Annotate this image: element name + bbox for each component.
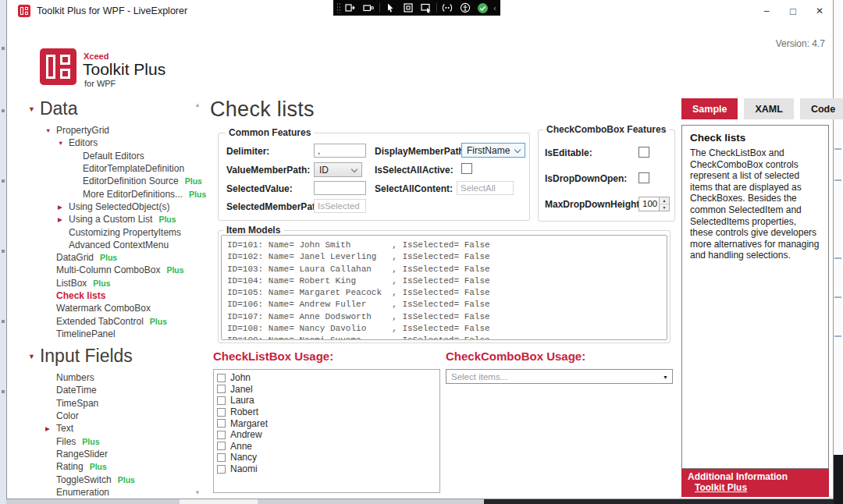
sidebar-item-using-selectedobject-s-[interactable]: ▶Using SelectedObject(s) — [28, 201, 206, 213]
screen-record-icon[interactable] — [361, 2, 376, 14]
checklist-item[interactable]: Anne — [217, 441, 436, 453]
item-checkbox[interactable] — [217, 465, 226, 474]
checklist-item[interactable]: Andrew — [217, 429, 436, 441]
view-tab[interactable]: Sample — [681, 98, 738, 119]
sidebar-item-editordefinition-source[interactable]: EditorDefinition SourcePlus — [28, 175, 206, 187]
dropdown-arrow-icon: ▼ — [663, 374, 668, 380]
item-label: Naomi — [230, 463, 258, 474]
toolbar-grip[interactable] — [336, 2, 340, 13]
selectedvalue-input[interactable] — [314, 181, 366, 195]
displaymemberpath-combobox[interactable]: FirstName — [461, 143, 525, 158]
cursor-select-icon[interactable] — [383, 2, 398, 14]
sidebar-item-default-editors[interactable]: Default Editors — [28, 150, 206, 162]
accessibility-icon[interactable] — [458, 2, 473, 14]
maxdropdownheight-spinner[interactable]: 100 ▲ ▼ — [638, 197, 670, 211]
checklist-item[interactable]: Margaret — [217, 417, 436, 429]
item-model-row: ID=107: Name= Anne Dodsworth , IsSelecte… — [227, 311, 667, 323]
sidebar-item-numbers[interactable]: Numbers — [28, 371, 206, 384]
sidebar-section: ▼Data ▼PropertyGrid▼EditorsDefault Edito… — [28, 98, 206, 340]
checklist-item[interactable]: John — [217, 372, 436, 384]
checklist-item[interactable]: Naomi — [217, 463, 436, 475]
close-button[interactable]: ✕ — [806, 0, 833, 22]
plus-badge: Plus — [166, 265, 183, 275]
checklist-item[interactable]: Nancy — [217, 452, 436, 463]
view-tab[interactable]: XAML — [744, 98, 793, 119]
item-model-row: ID=108: Name= Nancy Davolio , IsSelected… — [227, 323, 667, 335]
sidebar-item-timespan[interactable]: TimeSpan — [28, 397, 206, 410]
sidebar-item-enumeration[interactable]: Enumeration — [28, 486, 206, 499]
item-checkbox[interactable] — [217, 442, 226, 450]
item-checkbox[interactable] — [217, 385, 226, 393]
sidebar-item-watermark-combobox[interactable]: Watermark ComboBox — [28, 302, 206, 314]
item-checkbox[interactable] — [217, 453, 226, 462]
sidebar-item-files[interactable]: FilesPlus — [28, 435, 206, 448]
spin-down-icon[interactable]: ▼ — [660, 204, 669, 211]
sidebar-item-propertygrid[interactable]: ▼PropertyGrid — [28, 124, 206, 137]
iseditable-checkbox[interactable] — [638, 147, 649, 158]
sidebar-section-header[interactable]: ▼Data — [28, 98, 206, 121]
tree-expanded-icon[interactable]: ▼ — [58, 140, 63, 147]
window-select-icon[interactable] — [418, 2, 433, 14]
plus-badge: Plus — [150, 317, 167, 326]
film-reel-icon[interactable] — [440, 2, 455, 14]
isselectallactive-checkbox[interactable] — [461, 163, 472, 174]
checkcombobox[interactable]: ▼ — [446, 369, 673, 384]
tree-collapsed-icon[interactable]: ▶ — [58, 204, 62, 211]
sidebar-item-rangeslider[interactable]: RangeSlider — [28, 448, 206, 460]
item-checkbox[interactable] — [217, 374, 226, 382]
region-capture-icon[interactable] — [400, 2, 415, 14]
sidebar-item-editors[interactable]: ▼Editors — [28, 137, 206, 149]
item-checkbox[interactable] — [217, 419, 226, 428]
sidebar-item-label: Advanced ContextMenu — [69, 240, 169, 250]
toolkit-plus-link[interactable]: Toolkit Plus — [695, 482, 747, 493]
spin-up-icon[interactable]: ▲ — [660, 197, 669, 204]
tree-collapsed-icon[interactable]: ▶ — [58, 216, 62, 223]
sidebar-item-check-lists[interactable]: Check lists — [28, 289, 206, 302]
item-checkbox[interactable] — [217, 396, 226, 405]
item-checkbox[interactable] — [217, 408, 226, 417]
sidebar-section-header[interactable]: ▼Input Fields — [28, 346, 206, 368]
delimiter-input[interactable] — [314, 144, 366, 158]
selectedmemberpath-input[interactable] — [314, 199, 366, 213]
valuememberpath-combobox[interactable]: ID — [314, 162, 362, 177]
minimize-button[interactable]: – — [753, 0, 780, 22]
tree-collapsed-icon[interactable]: ▶ — [45, 425, 50, 432]
sidebar-item-customizing-propertyitems[interactable]: Customizing PropertyItems — [28, 225, 206, 238]
selectallcontent-input[interactable] — [457, 181, 514, 195]
sidebar-item-label: Text — [56, 423, 73, 434]
sidebar-item-using-a-custom-list[interactable]: ▶Using a Custom ListPlus — [28, 213, 206, 225]
sidebar-item-text[interactable]: ▶Text — [28, 422, 206, 435]
sidebar-item-datetime[interactable]: DateTime — [28, 384, 206, 396]
checklist-item[interactable]: Janel — [217, 384, 436, 396]
checklistbox[interactable]: John Janel Laura Robert Margaret Andrew — [213, 369, 440, 493]
sidebar-item-extended-tabcontrol[interactable]: Extended TabControlPlus — [28, 314, 206, 327]
sidebar-item-toggleswitch[interactable]: ToggleSwitchPlus — [28, 473, 206, 485]
window-export-icon[interactable] — [343, 2, 358, 14]
sidebar-item-datagrid[interactable]: DataGridPlus — [28, 251, 206, 264]
tree-scroll-down-icon[interactable]: ▼ — [194, 489, 201, 496]
plus-badge: Plus — [118, 475, 135, 484]
info-title: Check lists — [690, 132, 745, 144]
view-tab[interactable]: Code — [800, 98, 843, 119]
sidebar-item-advanced-contextmenu[interactable]: Advanced ContextMenu — [28, 239, 206, 251]
isdropdownopen-checkbox[interactable] — [638, 172, 649, 183]
collapse-chevron-icon[interactable]: ‹ — [493, 2, 496, 14]
confirm-check-icon[interactable] — [476, 2, 491, 14]
sidebar-item-color[interactable]: Color — [28, 410, 206, 422]
sidebar-item-multi-column-combobox[interactable]: Multi-Column ComboBoxPlus — [28, 264, 206, 276]
tree-expanded-icon[interactable]: ▼ — [45, 127, 51, 134]
sidebar-item-more-editordefinitions-[interactable]: More EditorDefinitions...Plus — [28, 187, 206, 200]
checklist-item[interactable]: Laura — [217, 395, 436, 406]
maximize-button[interactable]: □ — [780, 0, 806, 22]
checkcombobox-usage-title: CheckComboBox Usage: — [446, 350, 585, 363]
checkcombobox-input[interactable] — [446, 370, 672, 383]
sidebar-item-rating[interactable]: RatingPlus — [28, 460, 206, 473]
sidebar-item-timelinepanel[interactable]: TimelinePanel — [28, 328, 206, 340]
tree-scroll-up-icon[interactable]: ▲ — [194, 101, 201, 108]
checklist-item[interactable]: Robert — [217, 406, 436, 418]
item-label: Nancy — [230, 452, 257, 463]
screen: Toolkit Plus for WPF - LiveExplorer – □ … — [0, 0, 843, 504]
item-checkbox[interactable] — [217, 431, 226, 439]
sidebar-item-listbox[interactable]: ListBoxPlus — [28, 277, 206, 289]
sidebar-item-editortemplatedefinition[interactable]: EditorTemplateDefinition — [28, 162, 206, 175]
